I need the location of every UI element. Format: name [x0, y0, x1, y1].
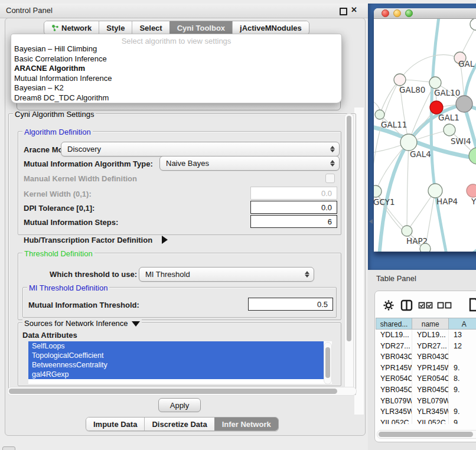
bottom-tab-infer-network-label: Infer Network: [222, 420, 271, 429]
minimize-traffic-light-icon[interactable]: [393, 9, 401, 17]
thin-edge[interactable]: [400, 55, 459, 80]
network-node[interactable]: [469, 148, 476, 164]
network-view-window[interactable]: GALGAL80GAL10GAL1SWI4GAL11GAL4GCY1HAP4YH…: [374, 8, 476, 252]
tab-network[interactable]: Network: [44, 21, 99, 34]
gear-icon[interactable]: [383, 299, 395, 311]
node-label: GAL10: [434, 88, 460, 97]
table-row[interactable]: YLR345WYLR345W9.: [376, 406, 476, 418]
list-scrollbar[interactable]: [324, 342, 332, 384]
attribute-item-gal4rgexp[interactable]: gal4RGexp: [28, 370, 324, 379]
table-row[interactable]: YBR043CYBR043C: [376, 351, 476, 363]
table-cell: 9.: [449, 406, 476, 418]
network-window-titlebar[interactable]: [374, 8, 476, 19]
attribute-item-topologicalcoefficient[interactable]: TopologicalCoefficient: [28, 351, 324, 360]
network-node-gcy1[interactable]: [374, 185, 382, 197]
algorithm-option-bayesian-hill-climbing[interactable]: Bayesian – Hill Climbing: [11, 44, 341, 54]
thin-edge[interactable]: [407, 142, 409, 231]
mi-steps-label: Mutual Information Steps:: [24, 218, 118, 227]
table-row[interactable]: YBR045CYBR045C9.: [376, 384, 476, 396]
attribute-item-betweennesscentrality[interactable]: BetweennessCentrality: [28, 360, 324, 370]
algorithm-option-aracne-algorithm[interactable]: ARACNE Algorithm: [11, 64, 341, 74]
table-cell: YDL19...: [376, 330, 412, 341]
network-node[interactable]: [456, 96, 472, 112]
expand-arrow-icon[interactable]: [162, 236, 168, 244]
network-node-y[interactable]: [467, 184, 476, 197]
attribute-item-selfloops[interactable]: SelfLoops: [28, 341, 324, 351]
cyni-algorithm-settings-title: Cyni Algorithm Settings: [13, 110, 96, 119]
float-window-icon[interactable]: [340, 8, 347, 15]
mi-steps-field[interactable]: 6: [250, 215, 337, 228]
column-header-a[interactable]: A: [449, 318, 476, 330]
network-node-gal11[interactable]: [375, 110, 384, 119]
tab-style-label: Style: [106, 24, 125, 32]
apply-button[interactable]: Apply: [158, 398, 201, 412]
algorithm-option-mutual-information-inference[interactable]: Mutual Information Inference: [11, 74, 341, 84]
mi-algorithm-type-combo[interactable]: Naive Bayes: [159, 156, 340, 171]
zoom-traffic-light-icon[interactable]: [405, 9, 413, 17]
tab-network-label: Network: [61, 24, 92, 32]
table-cell: YLR345W: [412, 406, 449, 418]
mi-threshold-field[interactable]: 0.5: [248, 298, 333, 311]
network-node[interactable]: [470, 19, 476, 30]
tab-select[interactable]: Select: [132, 21, 169, 34]
settings-vertical-scrollbar[interactable]: [344, 113, 354, 393]
kernel-width-field[interactable]: 0.0: [250, 187, 337, 200]
column-header-name[interactable]: name: [412, 318, 449, 330]
bottom-tab-infer-network[interactable]: Infer Network: [214, 418, 278, 431]
table-row[interactable]: YDR27...YDR27...12: [376, 341, 476, 352]
network-node-hap2[interactable]: [402, 226, 412, 236]
new-table-icon[interactable]: [468, 297, 476, 312]
table-row[interactable]: YDL19...YDL19...13: [376, 330, 476, 341]
collapse-arrow-icon[interactable]: [132, 321, 140, 327]
table-row[interactable]: YBL079WYBL079W: [376, 396, 476, 407]
threshold-definition-title: Threshold Definition: [22, 249, 94, 258]
network-node-gal1[interactable]: [430, 101, 443, 114]
data-attributes-label: Data Attributes: [22, 331, 77, 340]
table-horizontal-scrollbar[interactable]: [377, 430, 476, 439]
settings-horizontal-scrollbar[interactable]: [7, 387, 357, 396]
splitter-collapse-icon[interactable]: [369, 219, 373, 224]
tab-cyni-toolbox[interactable]: Cyni Toolbox: [169, 21, 232, 34]
algorithm-option-dream8-dc-tdc-algorithm[interactable]: Dream8 DC_TDC Algorithm: [11, 93, 341, 103]
select-all-checkboxes-icon[interactable]: [418, 301, 433, 309]
network-node-gal4[interactable]: [400, 134, 417, 151]
bottom-tab-impute-data[interactable]: Impute Data: [86, 418, 144, 431]
which-threshold-combo[interactable]: MI Threshold: [139, 267, 314, 282]
deselect-all-checkboxes-icon[interactable]: [437, 301, 452, 309]
data-attributes-list[interactable]: SelfLoopsTopologicalCoefficientBetweenne…: [28, 341, 332, 384]
close-icon[interactable]: ✕: [351, 5, 357, 14]
aracne-mode-combo[interactable]: Discovery: [61, 142, 340, 156]
algorithm-option-bayesian-k2[interactable]: Bayesian – K2: [11, 83, 341, 93]
table-cell: YIL052C: [376, 418, 412, 424]
network-node-hap4[interactable]: [428, 184, 442, 198]
table-row[interactable]: YIL052CYIL052C9.: [376, 418, 476, 424]
network-canvas[interactable]: GALGAL80GAL10GAL1SWI4GAL11GAL4GCY1HAP4YH…: [374, 19, 476, 252]
table-cell: 9.: [449, 363, 476, 374]
tab-jactivemnodules[interactable]: jActiveMNodules: [232, 21, 309, 34]
network-node-gal10[interactable]: [429, 77, 441, 89]
algorithm-option-basic-correlation-inference[interactable]: Basic Correlation Inference: [11, 54, 341, 64]
algorithm-popup-placeholder: Select algorithm to view settings: [11, 34, 341, 44]
thick-edge[interactable]: [465, 109, 476, 154]
table-cell: YDR27...: [412, 341, 449, 352]
column-selector-icon[interactable]: [400, 299, 413, 311]
tab-style[interactable]: Style: [99, 21, 132, 34]
algorithm-popup-items: Bayesian – Hill ClimbingBasic Correlatio…: [11, 44, 341, 103]
thick-edge[interactable]: [435, 251, 476, 252]
table-row[interactable]: YER054CYER054C8.: [376, 373, 476, 384]
network-node-swi4[interactable]: [444, 124, 455, 136]
table-cell: YPR145W: [412, 363, 449, 374]
network-node-gal80[interactable]: [394, 74, 406, 86]
manual-kernel-width-checkbox[interactable]: [325, 174, 335, 183]
dpi-tolerance-field[interactable]: 0.0: [250, 201, 337, 214]
mi-threshold-label: Mutual Information Threshold:: [28, 301, 139, 309]
bottom-tab-discretize-data[interactable]: Discretize Data: [144, 418, 214, 431]
column-header-shared[interactable]: shared...: [376, 318, 412, 330]
network-node[interactable]: [420, 243, 431, 252]
hub-definition-label: Hub/Transcription Factor Definition: [24, 236, 152, 244]
control-panel-title: Control Panel: [6, 6, 53, 15]
table-row[interactable]: YPR145WYPR145W9.: [376, 363, 476, 374]
control-panel-tabs: NetworkStyleSelectCyni ToolboxjActiveMNo…: [44, 21, 309, 35]
close-traffic-light-icon[interactable]: [382, 9, 389, 17]
minimized-panel-icon[interactable]: [2, 446, 15, 450]
